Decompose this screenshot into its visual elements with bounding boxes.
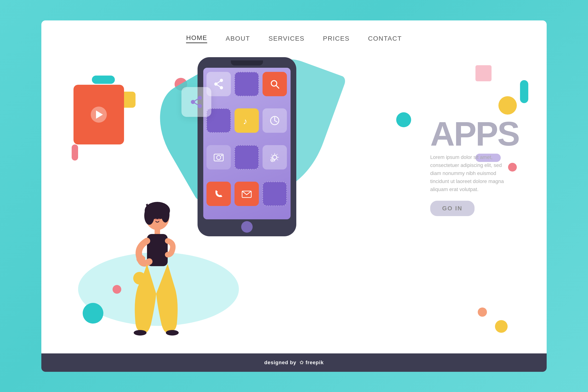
phone-home-button[interactable] [241, 221, 253, 233]
footer: designed by ✿ freepik [41, 354, 547, 372]
svg-line-11 [276, 86, 279, 88]
svg-line-15 [275, 120, 277, 122]
play-button[interactable] [91, 106, 107, 123]
navbar: HOME ABOUT SERVICES PRICES CONTACT [41, 20, 547, 43]
svg-line-3 [193, 98, 200, 102]
share-float-icon [182, 87, 211, 117]
teal-circle-large-shape [83, 303, 103, 324]
pink-sm-circle-shape [112, 285, 121, 294]
svg-point-27 [148, 204, 162, 214]
app-music[interactable]: ♪ [234, 108, 259, 133]
footer-designed-by: designed by [264, 360, 296, 365]
app-clock[interactable] [262, 108, 287, 133]
svg-point-26 [161, 206, 170, 222]
svg-point-18 [221, 155, 222, 156]
svg-point-17 [216, 156, 221, 160]
footer-text: designed by ✿ freepik [264, 360, 324, 366]
phone-notch [231, 60, 263, 66]
app-search[interactable] [262, 72, 287, 96]
svg-point-31 [158, 218, 160, 221]
nav-about[interactable]: ABOUT [226, 35, 250, 42]
svg-point-21 [272, 159, 273, 161]
app-photo[interactable] [206, 145, 231, 170]
app-purple-1[interactable] [234, 72, 259, 96]
apps-title: APPS [430, 117, 519, 151]
footer-brand: freepik [306, 360, 324, 365]
teal-circle-shape [396, 112, 411, 127]
play-triangle-icon [96, 110, 103, 119]
svg-point-36 [134, 330, 146, 336]
svg-rect-32 [154, 229, 160, 235]
app-purple-4[interactable] [262, 182, 287, 206]
app-phone[interactable] [206, 182, 231, 206]
apps-description: Lorem ipsum dolor sit amet, consectetuer… [430, 153, 508, 194]
character-illustration [122, 195, 191, 351]
nav-home[interactable]: HOME [186, 34, 207, 43]
app-purple-3[interactable] [234, 145, 259, 170]
nav-prices[interactable]: PRICES [323, 35, 350, 42]
svg-point-37 [166, 330, 179, 336]
go-in-button[interactable]: GO IN [430, 201, 474, 216]
phone-screen: ♪ [203, 68, 290, 219]
svg-line-4 [193, 102, 200, 106]
teal-pill-shape [92, 76, 115, 84]
apps-section: APPS Lorem ipsum dolor sit amet, consect… [430, 117, 519, 216]
main-card: HOME ABOUT SERVICES PRICES CONTACT [41, 20, 547, 372]
svg-text:♪: ♪ [243, 116, 247, 126]
nav-services[interactable]: SERVICES [268, 35, 304, 42]
video-card[interactable] [74, 85, 124, 144]
salmon-circle-shape [478, 308, 487, 317]
pink-square-shape [476, 65, 492, 81]
pink-pill-v-shape [72, 144, 78, 160]
svg-point-30 [154, 218, 157, 221]
app-mail[interactable] [234, 182, 259, 206]
app-settings[interactable] [262, 145, 287, 170]
yellow-circle-shape [498, 96, 517, 114]
teal-pill-v-shape [520, 80, 528, 103]
nav-contact[interactable]: CONTACT [368, 35, 402, 42]
svg-line-9 [216, 84, 222, 88]
yellow-sm-right-shape [495, 320, 508, 333]
svg-rect-35 [142, 256, 145, 263]
phone-mockup: ♪ [198, 57, 296, 236]
svg-line-8 [216, 80, 222, 84]
